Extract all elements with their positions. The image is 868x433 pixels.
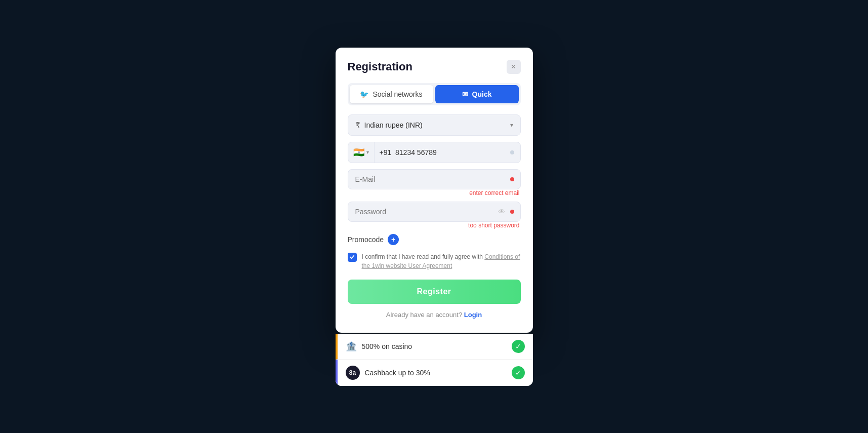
casino-icon: 🏦 — [346, 341, 357, 352]
register-button[interactable]: Register — [348, 280, 521, 304]
email-wrapper: enter correct email — [348, 169, 521, 196]
login-row: Already have an account? Login — [348, 311, 521, 319]
email-input-row — [348, 169, 521, 189]
currency-left: ₹ Indian rupee (INR) — [355, 121, 423, 130]
rupee-icon: ₹ — [355, 121, 360, 130]
currency-label: Indian rupee (INR) — [364, 121, 423, 129]
plus-icon: + — [391, 236, 395, 243]
casino-check-icon: ✓ — [512, 340, 525, 353]
close-button[interactable]: × — [507, 60, 521, 74]
login-prompt: Already have an account? — [386, 311, 462, 319]
modal-header: Registration × — [348, 60, 521, 74]
currency-selector[interactable]: ₹ Indian rupee (INR) ▾ — [348, 114, 521, 136]
chevron-down-icon: ▾ — [510, 122, 513, 129]
bonus-cards: 🏦 500% on casino ✓ 8a Cashback up to 30%… — [336, 334, 533, 386]
modal-wrapper: Registration × 🐦 Social networks ✉ Quick… — [336, 48, 533, 386]
bonus-cashback-text: Cashback up to 30% — [365, 369, 430, 377]
tab-social-networks[interactable]: 🐦 Social networks — [350, 85, 433, 103]
country-flag: 🇮🇳 — [353, 148, 364, 157]
password-error: too short password — [348, 222, 521, 229]
password-input-row: 👁 — [348, 202, 521, 222]
phone-required-indicator — [510, 150, 514, 154]
close-icon: × — [511, 62, 516, 71]
password-input[interactable] — [348, 202, 493, 221]
password-visibility-toggle[interactable]: 👁 — [493, 208, 510, 216]
phone-input-row: 🇮🇳 ▾ — [348, 142, 521, 163]
bonus-cashback-left: 8a Cashback up to 30% — [346, 366, 430, 380]
bonus-card-cashback: 8a Cashback up to 30% ✓ — [336, 360, 533, 386]
cashback-icon-circle: 8a — [346, 366, 360, 380]
country-chevron-icon: ▾ — [366, 149, 369, 155]
email-required-indicator — [510, 177, 514, 181]
tab-quick-label: Quick — [472, 90, 492, 98]
cashback-icon-text: 8a — [349, 369, 356, 376]
promocode-row: Promocode + — [348, 234, 521, 245]
phone-input[interactable] — [375, 143, 510, 162]
modal-title: Registration — [348, 60, 412, 73]
agreement-text: I confirm that I have read and fully agr… — [362, 252, 521, 270]
registration-modal: Registration × 🐦 Social networks ✉ Quick… — [336, 48, 533, 333]
email-input[interactable] — [348, 170, 510, 189]
agreement-checkbox[interactable] — [348, 253, 357, 262]
promocode-label: Promocode — [348, 235, 384, 244]
promocode-add-button[interactable]: + — [388, 234, 399, 245]
bonus-card-casino: 🏦 500% on casino ✓ — [336, 334, 533, 360]
password-wrapper: 👁 too short password — [348, 202, 521, 229]
country-picker[interactable]: 🇮🇳 ▾ — [348, 142, 375, 163]
social-icon: 🐦 — [360, 90, 368, 98]
bonus-casino-text: 500% on casino — [362, 342, 412, 350]
cashback-check-icon: ✓ — [512, 366, 525, 379]
agreement-checkbox-row: I confirm that I have read and fully agr… — [348, 252, 521, 270]
agreement-link[interactable]: Conditions of the 1win website User Agre… — [362, 253, 520, 269]
bonus-casino-left: 🏦 500% on casino — [346, 341, 412, 352]
email-error: enter correct email — [348, 189, 521, 196]
checkmark-icon — [349, 254, 355, 260]
tab-quick[interactable]: ✉ Quick — [435, 85, 519, 103]
tab-bar: 🐦 Social networks ✉ Quick — [348, 83, 521, 105]
password-required-indicator — [510, 210, 514, 214]
login-link[interactable]: Login — [464, 311, 482, 319]
tab-social-label: Social networks — [373, 90, 422, 98]
email-tab-icon: ✉ — [462, 90, 468, 98]
